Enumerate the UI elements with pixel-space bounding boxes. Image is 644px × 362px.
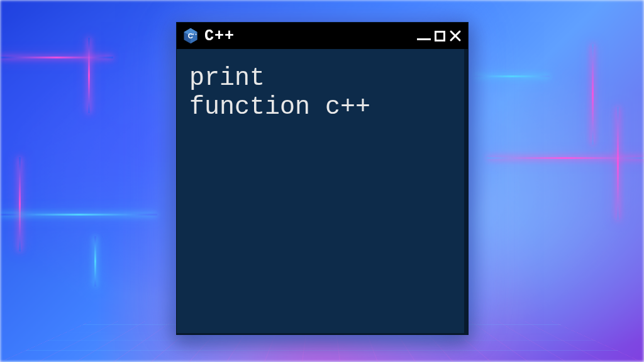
window-title: C++: [204, 27, 412, 45]
svg-text:+: +: [192, 32, 194, 36]
svg-text:+: +: [195, 32, 197, 36]
content-area[interactable]: print function c++: [177, 49, 468, 334]
titlebar[interactable]: C + + C++: [177, 23, 468, 49]
minimize-button[interactable]: [417, 32, 431, 40]
maximize-icon: [435, 31, 445, 41]
window-controls: [417, 30, 462, 42]
minimize-icon: [417, 38, 431, 40]
close-button[interactable]: [449, 30, 462, 42]
terminal-window: C + + C++ print function c++: [176, 22, 469, 335]
close-icon: [449, 30, 462, 42]
maximize-button[interactable]: [435, 31, 445, 41]
cpp-icon: C + +: [182, 27, 199, 45]
content-text: print function c++: [189, 64, 452, 122]
